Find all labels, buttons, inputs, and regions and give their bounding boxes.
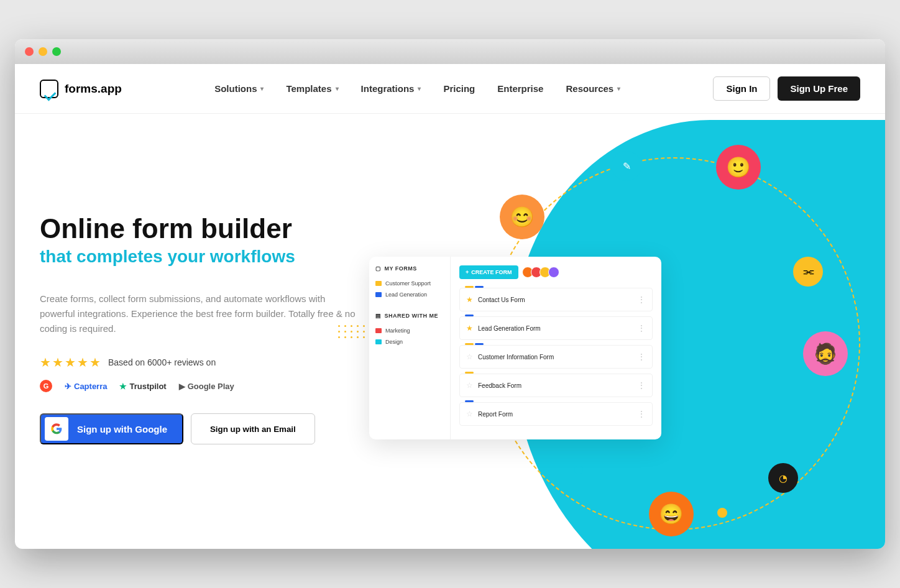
googleplay-logo[interactable]: ▶Google Play — [179, 382, 234, 391]
form-color-bars — [465, 343, 484, 345]
nav-templates[interactable]: Templates▾ — [286, 83, 338, 94]
chevron-down-icon: ▾ — [336, 85, 339, 92]
kebab-menu-icon[interactable]: ⋮ — [637, 323, 646, 333]
star-icon: ★ — [90, 355, 101, 370]
logo-text: forms.app — [65, 82, 122, 96]
share-icon: ⫘ — [793, 257, 823, 287]
maximize-dot[interactable] — [52, 47, 61, 56]
hero-description: Create forms, collect form submissions, … — [40, 292, 363, 336]
form-color-bars — [465, 286, 484, 288]
star-icon[interactable]: ★ — [466, 324, 473, 333]
star-rating: ★ ★ ★ ★ ★ — [40, 355, 101, 370]
pencil-icon: ✎ — [612, 151, 641, 181]
orbit-dot — [574, 466, 583, 474]
google-icon — [45, 417, 68, 441]
folder-icon — [375, 339, 382, 344]
create-form-button[interactable]: + CREATE FORM — [459, 265, 518, 279]
star-icon: ★ — [52, 355, 63, 370]
nav-solutions[interactable]: Solutions▾ — [214, 83, 264, 94]
decorative-dots — [338, 325, 372, 338]
nav-resources[interactable]: Resources▾ — [566, 83, 620, 94]
folder-item[interactable]: Customer Support — [375, 278, 444, 289]
kebab-menu-icon[interactable]: ⋮ — [637, 409, 646, 419]
rating-row: ★ ★ ★ ★ ★ Based on 6000+ reviews on — [40, 355, 363, 370]
hero-title: Online form builder — [40, 213, 363, 244]
avatar: 🙂 — [716, 145, 761, 190]
chevron-down-icon: ▾ — [617, 85, 620, 92]
hero-content: Online form builder that completes your … — [40, 151, 363, 512]
form-list-row[interactable]: ★ Contact Us Form ⋮ — [459, 288, 653, 311]
chevron-down-icon: ▾ — [418, 85, 421, 92]
form-color-bars — [465, 400, 474, 402]
hero-section: Online form builder that completes your … — [15, 114, 885, 549]
rating-text: Based on 6000+ reviews on — [108, 357, 216, 367]
folder-item[interactable]: Marketing — [375, 325, 444, 336]
chart-icon: ◔ — [768, 463, 798, 493]
collaborator-avatar[interactable] — [548, 267, 559, 278]
kebab-menu-icon[interactable]: ⋮ — [637, 295, 646, 305]
form-list-row[interactable]: ★ Lead Generation Form ⋮ — [459, 316, 653, 340]
window-titlebar — [15, 39, 885, 64]
hero-subtitle: that completes your workflows — [40, 247, 363, 267]
chevron-down-icon: ▾ — [260, 85, 264, 92]
avatar: 🧔 — [803, 331, 848, 376]
main-nav: Solutions▾Templates▾Integrations▾Pricing… — [214, 83, 620, 94]
star-icon[interactable]: ★ — [466, 295, 473, 304]
nav-pricing[interactable]: Pricing — [443, 83, 475, 94]
review-logos: G ✈Capterra ★Trustpilot ▶Google Play — [40, 380, 363, 392]
close-dot[interactable] — [25, 47, 34, 56]
avatar: 😊 — [500, 195, 544, 239]
logo-icon — [40, 80, 58, 98]
google-cta-label: Sign up with Google — [77, 424, 167, 434]
signin-button[interactable]: Sign In — [713, 76, 770, 101]
auth-buttons: Sign In Sign Up Free — [713, 76, 860, 101]
g2-logo[interactable]: G — [40, 380, 52, 392]
dashboard-sidebar: ▢ MY FORMS Customer SupportLead Generati… — [369, 257, 450, 439]
logo[interactable]: forms.app — [40, 80, 122, 98]
folder-icon — [375, 328, 382, 333]
form-name: Lead Generation Form — [478, 325, 632, 332]
capterra-icon: ✈ — [65, 382, 71, 391]
plus-icon: + — [466, 269, 469, 275]
star-icon: ★ — [77, 355, 88, 370]
signup-email-button[interactable]: Sign up with an Email — [191, 413, 315, 444]
form-name: Feedback Form — [478, 382, 632, 389]
nav-enterprise[interactable]: Enterprise — [497, 83, 543, 94]
star-icon[interactable]: ☆ — [466, 381, 473, 390]
form-list-row[interactable]: ☆ Customer Information Form ⋮ — [459, 345, 653, 369]
dashboard-main: + CREATE FORM ★ Contact Us Form ⋮ ★ Lead… — [450, 257, 661, 439]
trustpilot-logo[interactable]: ★Trustpilot — [119, 382, 166, 391]
folder-icon — [375, 292, 382, 297]
form-color-bars — [465, 372, 474, 374]
folder-item[interactable]: Lead Generation — [375, 289, 444, 300]
folder-item[interactable]: Design — [375, 336, 444, 347]
form-list-row[interactable]: ☆ Report Form ⋮ — [459, 402, 653, 426]
form-name: Contact Us Form — [478, 296, 632, 303]
form-name: Report Form — [478, 411, 632, 418]
kebab-menu-icon[interactable]: ⋮ — [637, 352, 646, 362]
star-icon[interactable]: ☆ — [466, 410, 473, 418]
minimize-dot[interactable] — [39, 47, 47, 56]
dashboard-header: + CREATE FORM — [459, 265, 653, 279]
play-icon: ▶ — [179, 382, 185, 391]
nav-integrations[interactable]: Integrations▾ — [361, 83, 421, 94]
avatar: 😄 — [649, 492, 694, 536]
my-forms-heading: ▢ MY FORMS — [375, 265, 444, 272]
orbit-dot — [717, 508, 727, 518]
signup-button[interactable]: Sign Up Free — [778, 76, 860, 101]
folder-icon — [375, 281, 382, 286]
site-header: forms.app Solutions▾Templates▾Integratio… — [15, 64, 885, 114]
shared-icon: ▤ — [375, 313, 382, 319]
cta-buttons: Sign up with Google Sign up with an Emai… — [40, 413, 363, 444]
trustpilot-icon: ★ — [119, 382, 127, 391]
browser-window: forms.app Solutions▾Templates▾Integratio… — [15, 39, 885, 549]
star-icon[interactable]: ☆ — [466, 352, 473, 361]
star-icon: ★ — [40, 355, 51, 370]
signup-google-button[interactable]: Sign up with Google — [40, 413, 183, 444]
kebab-menu-icon[interactable]: ⋮ — [637, 380, 646, 390]
capterra-logo[interactable]: ✈Capterra — [65, 382, 107, 391]
collaborator-avatars — [525, 267, 559, 278]
form-list-row[interactable]: ☆ Feedback Form ⋮ — [459, 374, 653, 397]
shared-heading: ▤ SHARED WITH ME — [375, 313, 444, 319]
dashboard-preview: ▢ MY FORMS Customer SupportLead Generati… — [369, 257, 661, 439]
